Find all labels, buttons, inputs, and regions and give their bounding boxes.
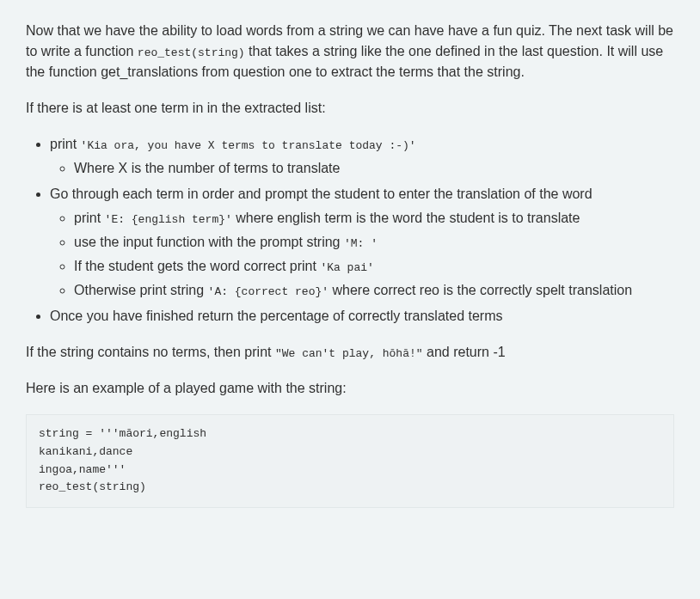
bullet-1-pre: print [50, 137, 81, 151]
example-code-block: string = '''māori,english kanikani,dance… [26, 414, 674, 508]
no-terms-code: "We can't play, hōhā!" [275, 347, 423, 360]
b2s1-post: where english term is the word the stude… [232, 211, 580, 225]
sublist-item: use the input function with the prompt s… [74, 232, 674, 253]
sublist: Where X is the number of terms to transl… [50, 158, 674, 179]
instruction-list: print 'Kia ora, you have X terms to tran… [26, 134, 674, 327]
sublist-item: Where X is the number of terms to transl… [74, 158, 674, 179]
no-terms-paragraph: If the string contains no terms, then pr… [26, 342, 674, 363]
list-item: Go through each term in order and prompt… [50, 184, 674, 301]
b2s4-pre: Otherwise print string [74, 283, 208, 297]
sublist: print 'E: {english term}' where english … [50, 208, 674, 301]
b2s4-code: 'A: {correct reo}' [208, 285, 329, 298]
question-body: Now that we have the ability to load wor… [0, 0, 700, 534]
condition-intro: If there is at least one term in in the … [26, 98, 674, 119]
no-terms-pre: If the string contains no terms, then pr… [26, 345, 275, 359]
b2s3-code: 'Ka pai' [320, 261, 373, 274]
sublist-item: If the student gets the word correct pri… [74, 256, 674, 277]
bullet-1-code: 'Kia ora, you have X terms to translate … [81, 139, 416, 152]
sublist-item: Otherwise print string 'A: {correct reo}… [74, 280, 674, 301]
example-intro: Here is an example of a played game with… [26, 378, 674, 399]
b2s3-pre: If the student gets the word correct pri… [74, 259, 320, 273]
intro-paragraph: Now that we have the ability to load wor… [26, 21, 674, 83]
list-item: Once you have finished return the percen… [50, 306, 674, 327]
b2s2-code: 'M: ' [344, 237, 378, 250]
no-terms-post: and return -1 [423, 345, 506, 359]
bullet-2-text: Go through each term in order and prompt… [50, 186, 593, 201]
b2s2-pre: use the input function with the prompt s… [74, 235, 344, 249]
b2s1-pre: print [74, 211, 105, 225]
list-item: print 'Kia ora, you have X terms to tran… [50, 134, 674, 179]
b2s1-code: 'E: {english term}' [105, 213, 232, 226]
sublist-item: print 'E: {english term}' where english … [74, 208, 674, 229]
b2s4-post: where correct reo is the correctly spelt… [329, 283, 632, 297]
intro-code: reo_test(string) [138, 46, 245, 59]
